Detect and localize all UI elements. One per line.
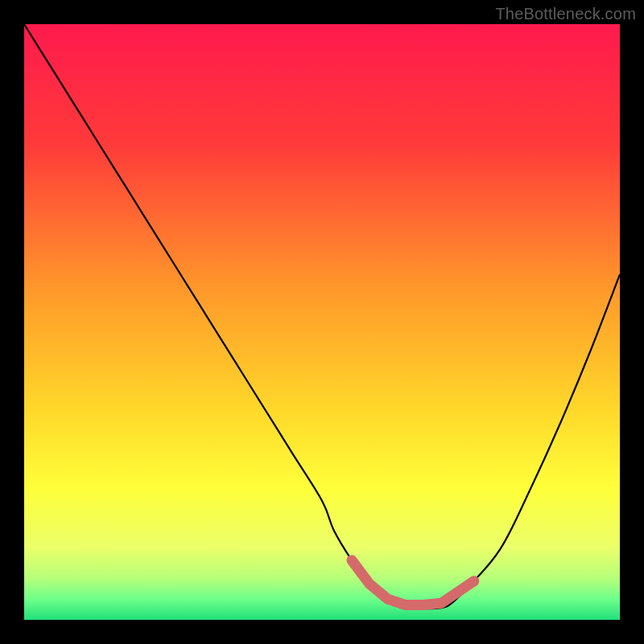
marker-dot bbox=[469, 576, 479, 586]
plot-background bbox=[24, 24, 620, 620]
curve-markers bbox=[469, 576, 479, 586]
bottleneck-chart-svg bbox=[0, 0, 644, 644]
chart-stage: TheBottleneck.com bbox=[0, 0, 644, 644]
